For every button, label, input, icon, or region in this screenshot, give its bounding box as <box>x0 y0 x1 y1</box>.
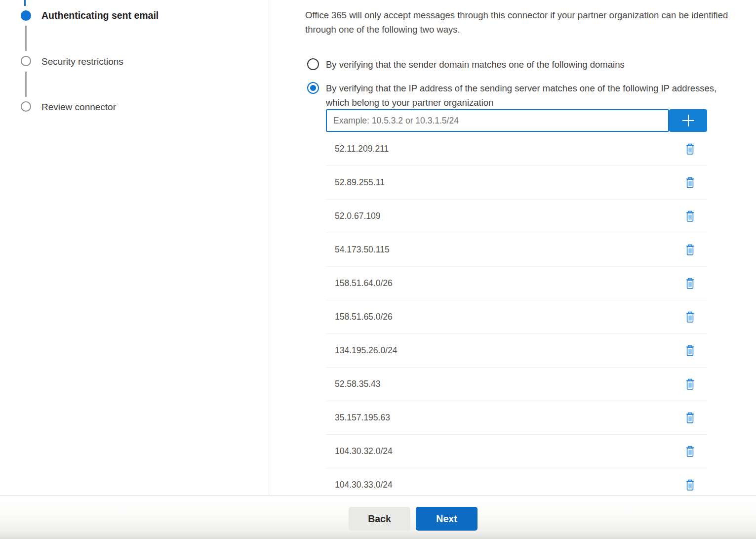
step-label-review-connector: Review connector <box>41 102 116 112</box>
ip-address-list: 52.11.209.211 52.89.255.11 <box>326 132 708 502</box>
intro-text: Office 365 will only accept messages thr… <box>305 8 730 37</box>
ip-address-value: 52.0.67.109 <box>335 211 380 221</box>
ip-address-value: 52.89.255.11 <box>335 177 385 188</box>
ip-address-row: 52.89.255.11 <box>326 166 708 200</box>
step-label-security-restrictions: Security restrictions <box>41 56 123 67</box>
plus-icon <box>681 113 696 128</box>
ip-address-row: 158.51.64.0/26 <box>326 267 708 300</box>
ip-address-input[interactable] <box>326 109 669 132</box>
ip-address-row: 52.11.209.211 <box>326 132 708 166</box>
delete-ip-button[interactable] <box>685 479 695 491</box>
ip-address-row: 35.157.195.63 <box>326 401 708 435</box>
wizard-footer: Back Next <box>0 495 756 539</box>
trash-icon <box>685 244 695 256</box>
ip-address-value: 158.51.64.0/26 <box>335 278 393 289</box>
delete-ip-button[interactable] <box>685 445 695 457</box>
ip-address-row: 52.0.67.109 <box>326 200 708 233</box>
radio-unchecked-icon[interactable] <box>307 58 319 70</box>
ip-address-value: 35.157.195.63 <box>335 413 390 423</box>
delete-ip-button[interactable] <box>685 311 695 323</box>
ip-address-row: 158.51.65.0/26 <box>326 300 708 334</box>
ip-address-row: 104.30.32.0/24 <box>326 435 708 468</box>
trash-icon <box>685 412 695 424</box>
trash-icon <box>685 210 695 222</box>
ip-address-row: 54.173.50.115 <box>326 233 708 267</box>
ip-address-value: 104.30.33.0/24 <box>335 480 393 490</box>
delete-ip-button[interactable] <box>685 244 695 256</box>
next-button[interactable]: Next <box>416 507 477 531</box>
ip-address-value: 52.11.209.211 <box>335 144 389 154</box>
delete-ip-button[interactable] <box>685 378 695 390</box>
ip-address-value: 134.195.26.0/24 <box>335 345 398 356</box>
stepper-connector-completed <box>24 0 26 6</box>
trash-icon <box>685 479 695 491</box>
ip-entry-group <box>326 109 707 132</box>
ip-address-row: 134.195.26.0/24 <box>326 334 708 368</box>
option-verify-ip-address-label: By verifying that the IP address of the … <box>326 81 718 110</box>
trash-icon <box>685 344 695 357</box>
radio-checked-icon[interactable] <box>307 82 319 94</box>
delete-ip-button[interactable] <box>685 176 695 189</box>
add-ip-button[interactable] <box>669 109 707 132</box>
delete-ip-button[interactable] <box>685 277 695 290</box>
wizard-stepper-sidebar: Authenticating sent email Security restr… <box>0 0 269 495</box>
step-dot-authenticating-sent-email <box>21 10 31 21</box>
ip-address-value: 158.51.65.0/26 <box>335 312 393 322</box>
delete-ip-button[interactable] <box>685 412 695 424</box>
trash-icon <box>685 143 695 155</box>
delete-ip-button[interactable] <box>685 143 695 155</box>
step-dot-security-restrictions <box>21 56 31 66</box>
step-label-authenticating-sent-email: Authenticating sent email <box>41 10 159 21</box>
stepper-connector <box>25 26 27 51</box>
step-dot-review-connector <box>21 101 31 112</box>
stepper-connector <box>25 72 27 97</box>
trash-icon <box>685 277 695 290</box>
trash-icon <box>685 378 695 390</box>
trash-icon <box>685 176 695 189</box>
ip-address-value: 54.173.50.115 <box>335 245 390 255</box>
delete-ip-button[interactable] <box>685 210 695 222</box>
back-button[interactable]: Back <box>349 507 410 531</box>
ip-address-row: 52.58.35.43 <box>326 368 708 401</box>
option-verify-sender-domain[interactable]: By verifying that the sender domain matc… <box>307 58 701 72</box>
trash-icon <box>685 311 695 323</box>
ip-address-value: 104.30.32.0/24 <box>335 446 393 456</box>
delete-ip-button[interactable] <box>685 344 695 357</box>
trash-icon <box>685 445 695 457</box>
option-verify-sender-domain-label: By verifying that the sender domain matc… <box>326 57 701 72</box>
ip-address-value: 52.58.35.43 <box>335 379 380 389</box>
option-verify-ip-address[interactable]: By verifying that the IP address of the … <box>307 82 718 110</box>
